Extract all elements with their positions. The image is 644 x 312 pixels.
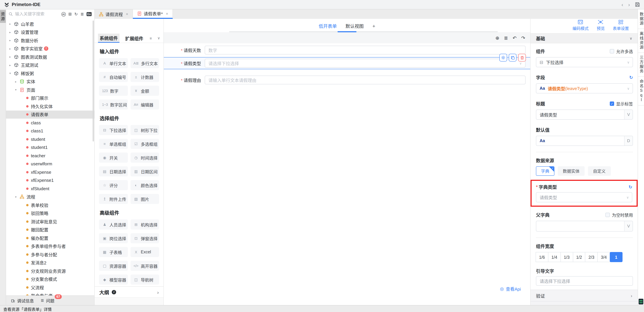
nav-back-icon[interactable]: ‹ [622,2,623,7]
form-field-row[interactable]: *请假类型 请选择下拉选择 ∨ [164,57,530,69]
tree-item-label[interactable]: teacher [31,153,46,158]
tree-caret-icon[interactable]: ▸ [10,22,14,26]
tree-item-label[interactable]: 分支聚合模式 [31,276,57,282]
palette-item-label[interactable]: 数字 [110,88,118,94]
title-input[interactable]: 请假类型 V [536,109,633,120]
palette-item-label[interactable]: 岗位选择 [110,235,126,241]
palette-item-label[interactable]: 单选框组 [110,141,126,147]
palette-item-label[interactable]: 金额 [141,88,149,94]
palette-collapse-icon[interactable]: ∨ [158,34,160,43]
debug-info-button[interactable]: 调试信息 [11,297,34,303]
nav-forward-icon[interactable]: › [628,2,630,7]
tree-item[interactable]: 父流程 [6,283,94,291]
dynamic-suffix-button[interactable]: D [624,136,632,145]
datasource-option-button[interactable]: 数据实体 [558,166,584,176]
tree-item[interactable]: 分支规则业务资源 [6,267,94,275]
mode-action-button[interactable]: 编码模式 [572,20,589,33]
palette-item[interactable]: ◆模型容器 [99,274,128,285]
document-tab-label[interactable]: 请假流程 [106,11,123,17]
tree-item[interactable]: ▾ 流程 [6,193,94,201]
tree-item[interactable]: xfExpense1 [6,176,94,185]
palette-item[interactable]: A≡编辑器 [130,99,159,109]
palette-item[interactable]: ¥金额 [130,86,159,96]
refresh-field-icon[interactable]: ↻ [629,75,633,80]
tree-item-label[interactable]: 实体 [26,78,35,85]
variable-suffix-button[interactable]: V [624,110,632,119]
tree-item-label[interactable]: xfExpense [31,170,51,175]
palette-item[interactable]: ☆评分 [99,180,128,190]
outline-label[interactable]: 大纲 [99,289,109,296]
palette-item-label[interactable]: 图片 [141,196,149,202]
palette-item-label[interactable]: 单行文本 [110,60,126,66]
tree-item-label[interactable]: xfExpense1 [31,178,54,183]
palette-item-label[interactable]: 附件上传 [110,196,126,202]
mode-action-label[interactable]: 预览 [597,25,605,31]
tree-item[interactable]: 测试审批意见 [6,217,94,226]
tree-item-label[interactable]: 多参与者分配 [31,251,57,258]
tree-item-label[interactable]: 山羊君 [21,21,34,27]
tree-item[interactable]: 表单校验 [6,201,94,209]
tree-caret-icon[interactable]: ▾ [15,195,20,199]
palette-item-label[interactable]: 计数器 [141,74,153,80]
refresh-dict-icon[interactable]: ↻ [628,184,632,189]
allow-multi-checkbox[interactable] [610,49,614,53]
right-rail-tab[interactable]: 三方服务 [638,53,644,76]
palette-item-label[interactable]: Excel [141,250,151,254]
document-tab[interactable]: 请假表单* × [133,10,173,19]
tree-caret-icon[interactable]: ▾ [15,88,20,92]
palette-item[interactable]: #自动编号 [99,72,128,82]
tree-item[interactable]: student1 [6,143,94,151]
palette-item[interactable]: ≡单选框组 [99,139,128,149]
width-option-button[interactable]: 2/3 [585,252,598,262]
tree-item[interactable]: ▸ 数据分析 [6,36,94,45]
palette-item[interactable]: A≣多行文本 [130,58,159,68]
width-option-button[interactable]: 1/2 [573,252,586,262]
field-delete-button[interactable] [518,54,526,62]
property-group-row[interactable]: 高级 › [530,301,638,305]
translate-icon[interactable]: En [86,12,92,16]
tree-caret-icon[interactable]: ▸ [10,64,14,67]
tree-item-label[interactable]: 持久化实体 [31,103,53,109]
datasource-option-button[interactable]: 字典 [536,166,554,176]
tree-item-label[interactable]: 稀饭粥 [21,70,34,77]
palette-item[interactable]: XExcel [130,247,159,257]
tree-item[interactable]: 多参与者分配 [6,250,94,259]
palette-item-label[interactable]: 高开容器 [141,263,158,269]
palette-item[interactable]: ♟人员选择 [99,219,128,230]
tree-item-label[interactable]: 数据分析 [21,37,38,44]
view-tab[interactable]: 低开表单 [319,23,337,29]
guide-text-input[interactable]: 请选择下拉选择 [536,276,633,286]
document-tab[interactable]: 请假流程 × [95,10,133,19]
tree-item-label[interactable]: 催办配置 [31,235,48,241]
form-field-row[interactable]: *请假天数 数字 ∨ [164,45,530,55]
add-view-button[interactable]: + [372,23,375,29]
tree-item[interactable]: 持久化实体 [6,102,94,110]
document-tab-label[interactable]: 请假表单* [144,11,163,17]
outline-tree-icon[interactable]: ≣ [504,35,508,41]
outline-bar[interactable]: 大纲 i › [95,286,164,298]
tree-item-label[interactable]: 流程 [26,194,35,200]
tree-item[interactable]: 撤回配置 [6,226,94,234]
property-group-row[interactable]: 验证 › [530,290,638,301]
tree-item-label[interactable]: class [31,120,41,125]
palette-item-label[interactable]: 开关 [110,154,118,161]
form-field-row[interactable]: *请假理由 请输入单行文本请假理由 ∨ [164,75,530,85]
width-option-button[interactable]: 1/4 [548,252,561,262]
palette-item[interactable]: ◷时间选择 [130,152,159,163]
tree-item-label[interactable]: student1 [31,145,48,150]
mode-action-label[interactable]: 表单设置 [613,25,629,31]
tree-item-label[interactable]: 父流程 [31,284,44,291]
refresh-icon[interactable]: ↻ [74,12,78,17]
tree-item[interactable]: ▸ 图表测试数据 [6,53,94,61]
right-rail-tab[interactable]: 离线资源 [638,29,644,53]
search-box[interactable] [9,12,52,17]
tree-item-label[interactable]: 数字实验室 [21,46,42,52]
tree-item-label[interactable]: student [31,137,45,142]
undo-icon[interactable]: ↶ [512,35,516,41]
palette-item-label[interactable]: 日期选择 [110,168,126,175]
field-input[interactable]: 请选择下拉选择 ∨ [205,59,526,68]
palette-item-label[interactable]: 模型容器 [110,276,126,283]
palette-item[interactable]: ▢资源容器 [99,261,128,271]
palette-item-label[interactable]: 多行文本 [141,60,158,66]
mode-action-button[interactable]: 预览 [597,20,605,33]
